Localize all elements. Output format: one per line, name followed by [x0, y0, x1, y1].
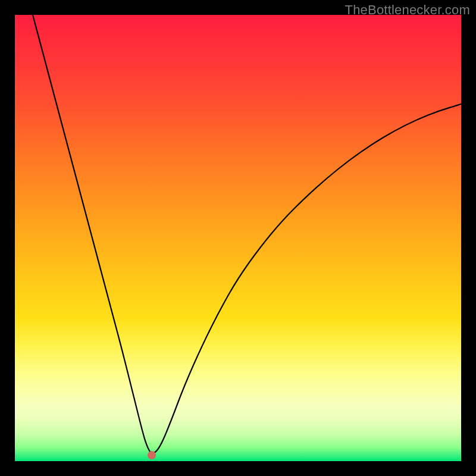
bottleneck-curve	[15, 15, 461, 461]
attribution-text: TheBottlenecker.com	[345, 2, 470, 18]
optimal-point-marker	[148, 451, 156, 459]
chart-container: TheBottlenecker.com	[0, 0, 476, 476]
curve-path	[33, 15, 461, 453]
plot-area	[15, 15, 461, 461]
